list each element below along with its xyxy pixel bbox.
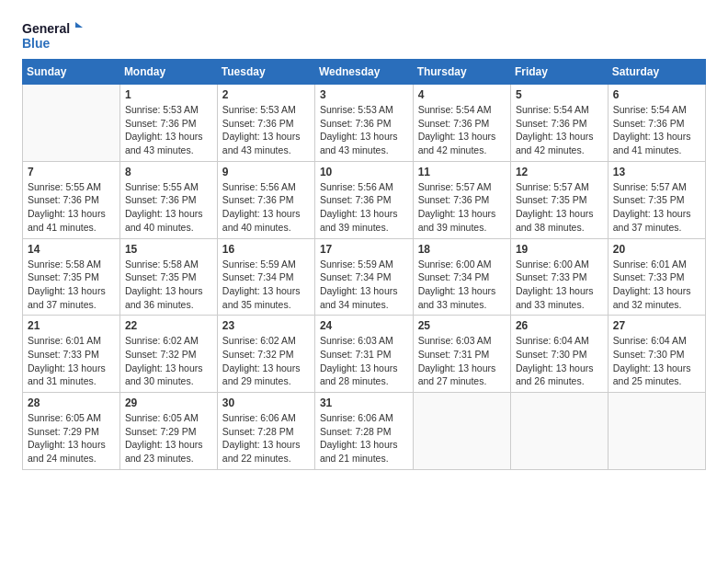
day-number: 15 <box>125 243 212 256</box>
calendar-header-wednesday: Wednesday <box>314 60 413 85</box>
calendar-cell <box>23 85 120 162</box>
cell-info-line: Daylight: 13 hours <box>28 207 115 221</box>
day-number: 5 <box>516 88 603 101</box>
cell-info-line: and 42 minutes. <box>418 144 506 157</box>
cell-info-line: and 39 minutes. <box>320 221 408 235</box>
day-number: 13 <box>613 166 700 178</box>
calendar-cell: 14Sunrise: 5:58 AMSunset: 7:35 PMDayligh… <box>23 238 120 316</box>
cell-info-line: and 33 minutes. <box>418 298 506 312</box>
cell-info-line: Sunrise: 5:57 AM <box>418 180 506 194</box>
cell-info-line: Daylight: 13 hours <box>516 130 603 144</box>
cell-info-line: Sunrise: 5:53 AM <box>222 103 310 117</box>
cell-info-line: Daylight: 13 hours <box>125 362 212 375</box>
cell-info-line: Daylight: 13 hours <box>320 438 408 452</box>
cell-info-line: Sunset: 7:36 PM <box>320 193 408 207</box>
day-number: 29 <box>125 396 212 409</box>
cell-info-line: Daylight: 13 hours <box>125 130 212 144</box>
cell-info-line: and 42 minutes. <box>516 144 603 157</box>
cell-info-line: and 43 minutes. <box>320 144 408 157</box>
day-number: 22 <box>125 319 212 332</box>
cell-info-line: Sunrise: 6:03 AM <box>418 334 506 348</box>
cell-info-line: Daylight: 13 hours <box>418 207 506 221</box>
day-number: 10 <box>320 166 408 178</box>
calendar-cell: 17Sunrise: 5:59 AMSunset: 7:34 PMDayligh… <box>314 238 413 316</box>
day-number: 12 <box>516 166 603 178</box>
calendar-cell: 11Sunrise: 5:57 AMSunset: 7:36 PMDayligh… <box>413 161 510 238</box>
day-number: 18 <box>418 243 506 256</box>
calendar-cell: 7Sunrise: 5:55 AMSunset: 7:36 PMDaylight… <box>23 161 120 238</box>
cell-info-line: Sunset: 7:35 PM <box>516 193 603 207</box>
cell-info-line: Sunrise: 5:53 AM <box>125 103 212 117</box>
calendar-cell: 19Sunrise: 6:00 AMSunset: 7:33 PMDayligh… <box>510 238 608 316</box>
cell-info-line: and 36 minutes. <box>125 298 212 312</box>
cell-info-line: Sunrise: 6:00 AM <box>516 258 603 271</box>
calendar-cell: 5Sunrise: 5:54 AMSunset: 7:36 PMDaylight… <box>510 85 608 162</box>
day-number: 24 <box>320 319 408 332</box>
cell-info-line: Sunrise: 5:55 AM <box>125 180 212 194</box>
cell-info-line: Sunrise: 5:56 AM <box>320 180 408 194</box>
calendar-cell: 26Sunrise: 6:04 AMSunset: 7:30 PMDayligh… <box>510 316 608 393</box>
cell-info-line: and 37 minutes. <box>613 221 700 235</box>
cell-info-line: and 43 minutes. <box>125 144 212 157</box>
calendar-table: SundayMondayTuesdayWednesdayThursdayFrid… <box>22 59 706 470</box>
cell-info-line: Daylight: 13 hours <box>320 362 408 375</box>
cell-info-line: Sunrise: 6:01 AM <box>613 258 700 271</box>
day-number: 19 <box>516 243 603 256</box>
cell-info-line: Sunrise: 5:54 AM <box>613 103 700 117</box>
cell-info-line: Daylight: 13 hours <box>418 362 506 375</box>
cell-info-line: and 40 minutes. <box>125 221 212 235</box>
day-number: 16 <box>222 243 310 256</box>
cell-info-line: Sunset: 7:34 PM <box>320 270 408 284</box>
day-number: 27 <box>613 319 700 332</box>
calendar-cell: 28Sunrise: 6:05 AMSunset: 7:29 PMDayligh… <box>23 393 120 470</box>
calendar-header-tuesday: Tuesday <box>217 60 314 85</box>
day-number: 14 <box>28 243 115 256</box>
cell-info-line: Sunrise: 5:54 AM <box>516 103 603 117</box>
calendar-week-row: 21Sunrise: 6:01 AMSunset: 7:33 PMDayligh… <box>23 316 706 393</box>
cell-info-line: Sunset: 7:35 PM <box>28 270 115 284</box>
cell-info-line: and 33 minutes. <box>516 298 603 312</box>
cell-info-line: Sunset: 7:33 PM <box>28 348 115 362</box>
day-number: 17 <box>320 243 408 256</box>
calendar-cell: 3Sunrise: 5:53 AMSunset: 7:36 PMDaylight… <box>314 85 413 162</box>
cell-info-line: Sunset: 7:34 PM <box>418 270 506 284</box>
calendar-cell: 21Sunrise: 6:01 AMSunset: 7:33 PMDayligh… <box>23 316 120 393</box>
calendar-cell: 1Sunrise: 5:53 AMSunset: 7:36 PMDaylight… <box>119 85 217 162</box>
cell-info-line: Sunrise: 5:58 AM <box>125 258 212 271</box>
day-number: 23 <box>222 319 310 332</box>
cell-info-line: Daylight: 13 hours <box>28 362 115 375</box>
cell-info-line: Daylight: 13 hours <box>613 207 700 221</box>
cell-info-line: Sunrise: 6:02 AM <box>222 334 310 348</box>
cell-info-line: Sunrise: 5:58 AM <box>28 258 115 271</box>
calendar-cell: 25Sunrise: 6:03 AMSunset: 7:31 PMDayligh… <box>413 316 510 393</box>
cell-info-line: Sunset: 7:36 PM <box>320 117 408 131</box>
cell-info-line: Daylight: 13 hours <box>418 284 506 298</box>
calendar-cell: 15Sunrise: 5:58 AMSunset: 7:35 PMDayligh… <box>119 238 217 316</box>
cell-info-line: Sunset: 7:32 PM <box>222 348 310 362</box>
day-number: 11 <box>418 166 506 178</box>
cell-info-line: and 39 minutes. <box>418 221 506 235</box>
svg-text:Blue: Blue <box>22 36 51 51</box>
calendar-header-monday: Monday <box>119 60 217 85</box>
day-number: 6 <box>613 88 700 101</box>
cell-info-line: Sunrise: 6:05 AM <box>125 411 212 425</box>
calendar-header-thursday: Thursday <box>413 60 510 85</box>
cell-info-line: Sunset: 7:36 PM <box>28 193 115 207</box>
cell-info-line: Sunset: 7:29 PM <box>28 425 115 439</box>
cell-info-line: Daylight: 13 hours <box>28 284 115 298</box>
calendar-cell: 22Sunrise: 6:02 AMSunset: 7:32 PMDayligh… <box>119 316 217 393</box>
cell-info-line: and 26 minutes. <box>516 374 603 388</box>
cell-info-line: Sunrise: 6:00 AM <box>418 258 506 271</box>
calendar-cell: 6Sunrise: 5:54 AMSunset: 7:36 PMDaylight… <box>608 85 705 162</box>
cell-info-line: Sunset: 7:36 PM <box>125 117 212 131</box>
calendar-week-row: 28Sunrise: 6:05 AMSunset: 7:29 PMDayligh… <box>23 393 706 470</box>
cell-info-line: Sunrise: 5:57 AM <box>613 180 700 194</box>
cell-info-line: Sunset: 7:35 PM <box>125 270 212 284</box>
calendar-cell: 8Sunrise: 5:55 AMSunset: 7:36 PMDaylight… <box>119 161 217 238</box>
day-number: 28 <box>28 396 115 409</box>
cell-info-line: and 38 minutes. <box>516 221 603 235</box>
calendar-cell: 18Sunrise: 6:00 AMSunset: 7:34 PMDayligh… <box>413 238 510 316</box>
logo: General Blue <box>22 18 86 53</box>
cell-info-line: Sunrise: 6:04 AM <box>516 334 603 348</box>
cell-info-line: and 43 minutes. <box>222 144 310 157</box>
